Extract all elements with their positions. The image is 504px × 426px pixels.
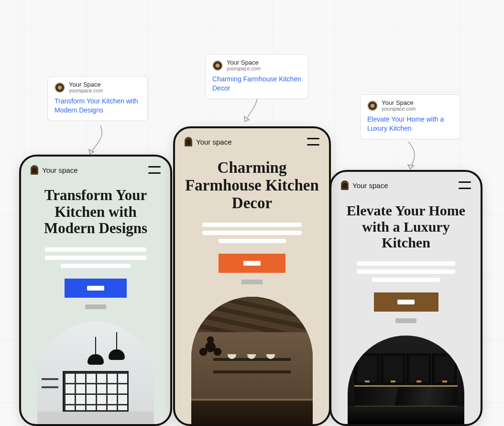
hero-image-modern-kitchen <box>37 322 154 424</box>
phone-header: Your space <box>185 137 319 146</box>
cta-button[interactable] <box>374 292 438 312</box>
meta-preview-card-a: Your Space yourspace.com Transform Your … <box>47 76 148 121</box>
meta-site-name: Your Space <box>382 100 416 106</box>
hero-title: Elevate Your Home with a Luxury Kitchen <box>341 202 471 251</box>
meta-site-name: Your Space <box>227 59 261 66</box>
secondary-link-placeholder[interactable] <box>395 318 416 323</box>
body-text-placeholder <box>31 247 161 268</box>
phone-mockup-farmhouse: Your space Charming Farmhouse Kitchen De… <box>173 126 331 426</box>
phone-header: Your space <box>31 165 161 175</box>
meta-domain: yourspace.com <box>382 106 416 112</box>
brand-door-icon <box>185 137 192 146</box>
meta-title-link[interactable]: Elevate Your Home with a Luxury Kitchen <box>367 115 453 133</box>
showcase-stage: Your Space yourspace.com Transform Your … <box>0 0 504 426</box>
phone-mockup-luxury: Your space Elevate Your Home with a Luxu… <box>329 170 482 426</box>
meta-card-header: Your Space yourspace.com <box>55 81 141 94</box>
meta-domain: yourspace.com <box>69 88 103 94</box>
meta-domain: yourspace.com <box>227 66 261 72</box>
brand[interactable]: Your space <box>185 137 232 146</box>
brand-label: Your space <box>196 138 232 146</box>
brand-label: Your space <box>42 166 78 174</box>
hero-title: Transform Your Kitchen with Modern Desig… <box>31 187 161 237</box>
brand-label: Your space <box>352 181 388 190</box>
meta-title-link[interactable]: Charming Farmhouse Kitchen Decor <box>212 75 301 93</box>
brand-door-icon <box>341 180 349 190</box>
brand[interactable]: Your space <box>31 165 78 175</box>
connector-arrow-b <box>238 98 267 126</box>
brand-door-icon <box>31 165 38 175</box>
meta-card-header: Your Space yourspace.com <box>212 59 301 72</box>
meta-card-header: Your Space yourspace.com <box>367 100 453 112</box>
favicon-icon <box>212 60 223 71</box>
cta-button[interactable] <box>219 254 285 273</box>
hero-title: Charming Farmhouse Kitchen Decor <box>185 159 319 212</box>
hamburger-menu-icon[interactable] <box>459 181 471 189</box>
meta-preview-card-b: Your Space yourspace.com Charming Farmho… <box>205 54 308 99</box>
cta-button[interactable] <box>65 279 127 298</box>
connector-arrow-c <box>397 141 426 172</box>
hamburger-menu-icon[interactable] <box>148 166 161 174</box>
secondary-link-placeholder[interactable] <box>85 304 106 309</box>
brand[interactable]: Your space <box>341 180 388 190</box>
hamburger-menu-icon[interactable] <box>307 138 319 146</box>
phone-header: Your space <box>341 180 471 190</box>
body-text-placeholder <box>185 223 319 243</box>
body-text-placeholder <box>341 261 471 282</box>
hero-image-luxury-kitchen <box>348 336 465 424</box>
phone-mockup-modern: Your space Transform Your Kitchen with M… <box>19 155 172 426</box>
favicon-icon <box>55 82 65 93</box>
favicon-icon <box>367 101 378 111</box>
hero-image-farmhouse-kitchen <box>191 297 313 424</box>
meta-title-link[interactable]: Transform Your Kitchen with Modern Desig… <box>55 97 141 115</box>
meta-site-name: Your Space <box>69 81 103 88</box>
meta-preview-card-c: Your Space yourspace.com Elevate Your Ho… <box>360 94 460 139</box>
secondary-link-placeholder[interactable] <box>241 280 263 284</box>
